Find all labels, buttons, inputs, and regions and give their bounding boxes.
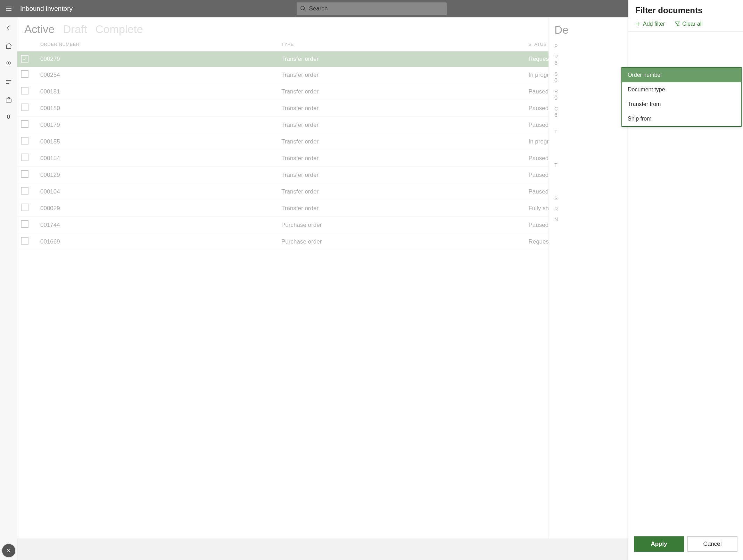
filter-panel: Filter documents Add filter Clear all Or… — [628, 0, 743, 560]
cell-type: Purchase order — [278, 233, 525, 250]
row-checkbox[interactable] — [21, 237, 28, 245]
cell-type: Transfer order — [278, 67, 525, 83]
svg-point-0 — [300, 6, 304, 10]
row-checkbox[interactable] — [21, 55, 28, 63]
cell-type: Transfer order — [278, 150, 525, 167]
cell-order-number: 001744 — [37, 217, 278, 233]
plus-icon — [635, 21, 641, 27]
row-checkbox[interactable] — [21, 87, 28, 94]
row-checkbox[interactable] — [21, 220, 28, 228]
row-checkbox[interactable] — [21, 120, 28, 128]
row-checkbox[interactable] — [21, 70, 28, 78]
cell-order-number: 000179 — [37, 117, 278, 133]
cell-order-number: 000279 — [37, 51, 278, 67]
filter-option-order-number[interactable]: Order number — [622, 68, 741, 82]
cell-order-number: 000129 — [37, 167, 278, 183]
row-checkbox[interactable] — [21, 137, 28, 145]
cell-order-number: 000180 — [37, 100, 278, 117]
row-checkbox[interactable] — [21, 104, 28, 111]
cell-order-number: 000029 — [37, 200, 278, 217]
nav-rail: 0 — [0, 17, 17, 560]
cell-order-number: 001669 — [37, 233, 278, 250]
boxes-icon[interactable] — [5, 60, 13, 68]
cell-order-number: 000154 — [37, 150, 278, 167]
briefcase-icon[interactable] — [5, 96, 13, 104]
clear-all-button[interactable]: Clear all — [675, 21, 703, 27]
filter-option-transfer-from[interactable]: Transfer from — [622, 97, 741, 112]
cell-type: Transfer order — [278, 183, 525, 200]
cancel-button[interactable]: Cancel — [687, 536, 737, 552]
row-checkbox[interactable] — [21, 170, 28, 178]
cell-order-number: 000155 — [37, 133, 278, 150]
search-icon — [300, 6, 306, 12]
search-placeholder: Search — [309, 5, 328, 12]
back-button[interactable] — [5, 24, 13, 32]
cell-type: Transfer order — [278, 83, 525, 100]
svg-rect-2 — [6, 99, 11, 102]
page-title: Inbound inventory — [20, 5, 73, 13]
row-checkbox[interactable] — [21, 204, 28, 211]
add-filter-button[interactable]: Add filter — [635, 21, 665, 27]
clear-filter-icon — [675, 21, 680, 27]
filter-type-dropdown: Order numberDocument typeTransfer fromSh… — [621, 67, 742, 127]
row-checkbox[interactable] — [21, 187, 28, 195]
row-checkbox[interactable] — [21, 154, 28, 161]
filter-panel-title: Filter documents — [628, 0, 743, 18]
list-icon[interactable] — [5, 78, 13, 86]
nav-zero-badge[interactable]: 0 — [7, 114, 10, 120]
cell-type: Transfer order — [278, 133, 525, 150]
cell-type: Transfer order — [278, 200, 525, 217]
tab-draft[interactable]: Draft — [63, 23, 87, 36]
cell-type: Transfer order — [278, 51, 525, 67]
cell-order-number: 000104 — [37, 183, 278, 200]
search-input[interactable]: Search — [297, 2, 447, 15]
filter-option-document-type[interactable]: Document type — [622, 82, 741, 97]
hamburger-menu-button[interactable] — [0, 0, 17, 17]
home-icon[interactable] — [5, 42, 13, 50]
cell-type: Transfer order — [278, 117, 525, 133]
cell-type: Transfer order — [278, 167, 525, 183]
cell-type: Transfer order — [278, 100, 525, 117]
cell-type: Purchase order — [278, 217, 525, 233]
apply-button[interactable]: Apply — [634, 536, 684, 552]
close-button[interactable] — [2, 544, 15, 557]
col-order-number[interactable]: ORDER NUMBER — [37, 38, 278, 51]
cell-order-number: 000254 — [37, 67, 278, 83]
tab-complete[interactable]: Complete — [95, 23, 143, 36]
tab-active[interactable]: Active — [24, 23, 55, 36]
cell-order-number: 000181 — [37, 83, 278, 100]
col-type[interactable]: TYPE — [278, 38, 525, 51]
filter-option-ship-from[interactable]: Ship from — [622, 112, 741, 126]
